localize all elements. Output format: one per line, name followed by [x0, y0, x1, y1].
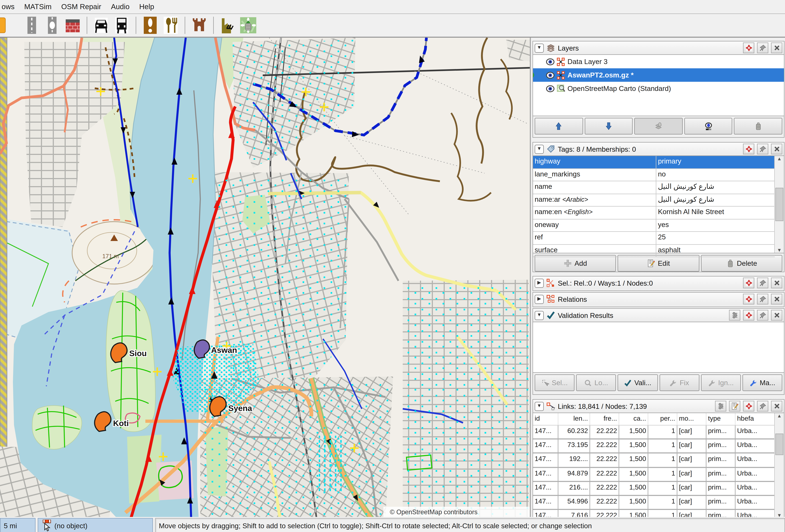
edit-tag-button[interactable]: Edit: [618, 255, 699, 272]
layer-row-aswanpt2[interactable]: AswanPT2.osm.gz *: [533, 68, 784, 82]
link-row[interactable]: 147...60.232 22.2221,500 1[car] prim...U…: [533, 425, 775, 440]
links-scrollbar[interactable]: ▲ ▼: [774, 413, 784, 518]
dock-button[interactable]: [743, 143, 754, 154]
sticky-button[interactable]: [757, 310, 768, 321]
scroll-up-icon[interactable]: ▲: [777, 156, 782, 161]
visibility-eye-icon[interactable]: [546, 84, 555, 93]
layer-row-carto[interactable]: OpenStreetMap Carto (Standard): [533, 82, 784, 95]
collapse-icon[interactable]: ▼: [535, 311, 544, 320]
main-content: 171 m: [0, 37, 785, 518]
validation-manage-button[interactable]: Ma...: [742, 374, 783, 391]
sticky-button[interactable]: [757, 43, 768, 53]
scroll-thumb[interactable]: [775, 433, 783, 455]
tag-row[interactable]: name:en <English> Kornish Al Nile Street: [533, 207, 775, 219]
tag-value: no: [656, 169, 775, 181]
sticky-button[interactable]: [757, 401, 768, 411]
collapse-icon[interactable]: ▶: [535, 295, 544, 304]
scroll-up-icon[interactable]: ▲: [777, 413, 782, 419]
tag-row[interactable]: name:ar <Arabic> شارع كورنيش النيل: [533, 194, 775, 207]
warning-icon[interactable]: [141, 16, 159, 34]
validation-lookup-button[interactable]: Lo...: [576, 374, 616, 391]
tag-key: oneway: [533, 219, 656, 232]
layer-up-button[interactable]: [535, 118, 583, 134]
collapse-icon[interactable]: ▼: [535, 402, 544, 411]
close-button[interactable]: [771, 43, 782, 53]
menu-help[interactable]: Help: [134, 1, 159, 13]
close-button[interactable]: [771, 277, 782, 288]
status-hint: Move objects by dragging; Shift to add t…: [155, 518, 785, 532]
validation-results-list[interactable]: [533, 322, 784, 373]
collapse-icon[interactable]: ▼: [535, 144, 544, 154]
castle-icon[interactable]: [190, 16, 208, 34]
collapse-icon[interactable]: ▶: [535, 278, 544, 288]
visibility-eye-icon[interactable]: [546, 71, 555, 79]
restaurant-icon[interactable]: [161, 16, 180, 34]
road-oneway-icon[interactable]: [43, 16, 61, 34]
tags-scrollbar[interactable]: ▲ ▼: [774, 156, 784, 253]
layer-opacity-button[interactable]: [684, 118, 732, 134]
validation-fix-button[interactable]: Fix: [659, 374, 700, 391]
status-bar: 5 mi (no object) Move objects by draggin…: [0, 517, 785, 532]
visibility-eye-icon[interactable]: [546, 57, 555, 66]
links-panel: ▼ Links: 18,841 / Nodes: 7,139 idlen... …: [532, 399, 784, 519]
menu-audio[interactable]: Audio: [106, 1, 134, 13]
road-icon[interactable]: [23, 16, 41, 34]
validation-ignore-button[interactable]: Ign...: [701, 374, 741, 391]
tags-panel: ▼ Tags: 8 / Memberships: 0 highway prima…: [532, 142, 784, 272]
tag-row[interactable]: lane_markings no: [533, 169, 775, 182]
dock-button[interactable]: [743, 310, 754, 321]
close-button[interactable]: [771, 401, 782, 411]
close-button[interactable]: [771, 294, 782, 304]
validation-select-button[interactable]: Sel...: [535, 374, 575, 391]
car-icon[interactable]: [92, 16, 110, 34]
menu-windows[interactable]: ows: [0, 1, 19, 13]
layer-delete-button[interactable]: [734, 118, 782, 134]
tag-value: شارع كورنيش النيل: [656, 194, 775, 206]
layer-down-button[interactable]: [585, 118, 633, 134]
menu-matsim[interactable]: MATSim: [19, 1, 56, 13]
clipped-orange-icon[interactable]: [0, 16, 6, 34]
collapse-icon[interactable]: ▼: [535, 44, 544, 53]
dock-button[interactable]: [743, 277, 754, 288]
layer-row-data3[interactable]: Data Layer 3: [533, 55, 784, 68]
layer-name: OpenStreetMap Carto (Standard): [567, 84, 671, 92]
links-table-header[interactable]: idlen... fre...ca... per...mo... typehbe…: [533, 413, 775, 425]
close-button[interactable]: [771, 143, 782, 154]
tag-row[interactable]: surface asphalt: [533, 245, 775, 257]
industry-chart-icon[interactable]: [219, 16, 237, 34]
validation-panel: ▼ Validation Results Sel... Lo... Vali..…: [532, 308, 784, 395]
edit-button[interactable]: [729, 401, 740, 411]
tag-key: name:ar <Arabic>: [533, 194, 656, 206]
close-button[interactable]: [771, 310, 782, 321]
link-row[interactable]: 147...73.195 22.2221,500 1[car] prim...U…: [533, 440, 775, 454]
link-row[interactable]: 147...94.879 22.2221,500 1[car] prim...U…: [533, 468, 775, 482]
bus-icon[interactable]: [112, 16, 131, 34]
tag-row[interactable]: ref 25: [533, 232, 775, 245]
layer-merge-button[interactable]: [634, 118, 683, 134]
delete-tag-button[interactable]: Delete: [701, 255, 782, 272]
link-row[interactable]: 147...216.... 22.2221,500 1[car] prim...…: [533, 482, 775, 496]
dock-button[interactable]: [743, 294, 754, 304]
tag-row[interactable]: name شارع كورنيش النيل: [533, 181, 775, 194]
tag-row[interactable]: highway primary: [533, 156, 775, 169]
link-row[interactable]: 147...54.996 22.2221,500 1[car] prim...U…: [533, 496, 775, 510]
dock-button[interactable]: [743, 43, 754, 53]
sticky-button[interactable]: [757, 294, 768, 304]
add-tag-button[interactable]: Add: [535, 255, 616, 272]
filter-button[interactable]: [715, 401, 726, 411]
sticky-button[interactable]: [757, 143, 768, 154]
map-canvas[interactable]: 171 m: [0, 38, 530, 518]
validation-validate-button[interactable]: Vali...: [618, 374, 658, 391]
filter-button[interactable]: [729, 310, 740, 321]
dock-button[interactable]: [743, 401, 754, 411]
menu-bar: ows MATSim OSM Repair Audio Help: [0, 0, 785, 14]
tag-value: 25: [656, 232, 775, 244]
tag-row[interactable]: oneway yes: [533, 219, 775, 232]
menu-osm-repair[interactable]: OSM Repair: [56, 1, 106, 13]
link-row[interactable]: 147...192.... 22.2221,500 1[car] prim...…: [533, 454, 775, 468]
sticky-button[interactable]: [757, 277, 768, 288]
download-map-icon[interactable]: [239, 16, 257, 34]
barrier-brick-icon[interactable]: [64, 16, 82, 34]
scroll-thumb[interactable]: [775, 188, 783, 221]
scroll-down-icon[interactable]: ▼: [777, 247, 782, 253]
